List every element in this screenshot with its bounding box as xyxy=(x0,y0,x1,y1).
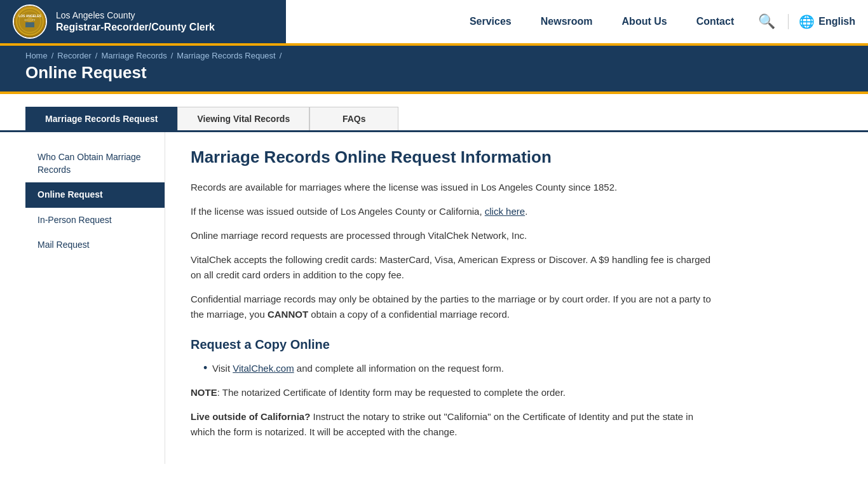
note-label: NOTE xyxy=(191,387,217,398)
org-line1: Los Angeles County xyxy=(56,10,215,21)
sep3: / xyxy=(171,51,173,60)
cannot-text: CANNOT xyxy=(268,309,308,320)
sidebar-item-mail-request[interactable]: Mail Request xyxy=(25,233,165,258)
tab-marriage-records-request[interactable]: Marriage Records Request xyxy=(25,107,177,130)
nav-newsroom[interactable]: Newsroom xyxy=(529,16,604,27)
page-title-bar: Online Request xyxy=(0,60,868,92)
live-outside-label: Live outside of California? xyxy=(191,411,310,422)
breadcrumb-bar: Home / Recorder / Marriage Records / Mar… xyxy=(0,46,868,60)
org-line2: Registrar-Recorder/County Clerk xyxy=(56,21,215,33)
para-outside-county: If the license was issued outside of Los… xyxy=(191,204,712,219)
sep1: / xyxy=(51,51,54,60)
globe-icon: 🌐 xyxy=(799,14,815,29)
logo-area: LOS ANGELES COUNTY Los Angeles County Re… xyxy=(0,0,286,43)
breadcrumb-marriage-records-request[interactable]: Marriage Records Request xyxy=(177,51,275,60)
tabs-container: Marriage Records Request Viewing Vital R… xyxy=(0,94,868,132)
main-nav: Services Newsroom About Us Contact 🔍 🌐 E… xyxy=(286,13,868,30)
org-name: Los Angeles County Registrar-Recorder/Co… xyxy=(56,10,215,33)
content-main-title: Marriage Records Online Request Informat… xyxy=(191,147,712,167)
sep4: / xyxy=(280,51,282,60)
request-copy-list: Visit VitalChek.com and complete all inf… xyxy=(191,361,712,376)
breadcrumb-marriage-records[interactable]: Marriage Records xyxy=(101,51,166,60)
nav-services[interactable]: Services xyxy=(458,16,523,27)
tab-faqs[interactable]: FAQs xyxy=(309,107,398,130)
nav-about-us[interactable]: About Us xyxy=(611,16,679,27)
language-label: English xyxy=(818,16,855,27)
para-live-outside: Live outside of California? Instruct the… xyxy=(191,409,712,440)
breadcrumb: Home / Recorder / Marriage Records / Mar… xyxy=(25,51,843,60)
breadcrumb-home[interactable]: Home xyxy=(25,51,48,60)
para-vitalchek: Online marriage record requests are proc… xyxy=(191,228,712,243)
nav-contact[interactable]: Contact xyxy=(685,16,746,27)
section-title-request-copy: Request a Copy Online xyxy=(191,337,712,352)
page-title: Online Request xyxy=(25,63,843,83)
sidebar-item-who-can-obtain[interactable]: Who Can Obtain Marriage Records xyxy=(25,145,165,182)
search-icon[interactable]: 🔍 xyxy=(752,13,782,30)
content-area: Marriage Records Online Request Informat… xyxy=(165,132,737,464)
bullet-vitalchek: Visit VitalChek.com and complete all inf… xyxy=(203,361,712,376)
sidebar-item-in-person-request[interactable]: In-Person Request xyxy=(25,208,165,233)
para-note: NOTE: The notarized Certificate of Ident… xyxy=(191,385,712,400)
main-layout: Who Can Obtain Marriage Records Online R… xyxy=(0,132,868,464)
sidebar-item-online-request[interactable]: Online Request xyxy=(25,182,165,208)
click-here-link[interactable]: click here xyxy=(485,206,525,217)
para-confidential: Confidential marriage records may only b… xyxy=(191,292,712,322)
sep2: / xyxy=(95,51,98,60)
breadcrumb-recorder[interactable]: Recorder xyxy=(57,51,91,60)
header: LOS ANGELES COUNTY Los Angeles County Re… xyxy=(0,0,868,46)
para-credit-cards: VitalChek accepts the following credit c… xyxy=(191,252,712,283)
vitalchek-link[interactable]: VitalChek.com xyxy=(233,363,294,374)
svg-rect-4 xyxy=(25,22,34,27)
svg-point-5 xyxy=(27,17,32,22)
tab-viewing-vital-records[interactable]: Viewing Vital Records xyxy=(177,107,309,130)
para-records-available: Records are available for marriages wher… xyxy=(191,180,712,195)
sidebar: Who Can Obtain Marriage Records Online R… xyxy=(25,132,165,464)
county-seal: LOS ANGELES COUNTY xyxy=(13,4,47,39)
language-selector[interactable]: 🌐 English xyxy=(788,14,855,29)
